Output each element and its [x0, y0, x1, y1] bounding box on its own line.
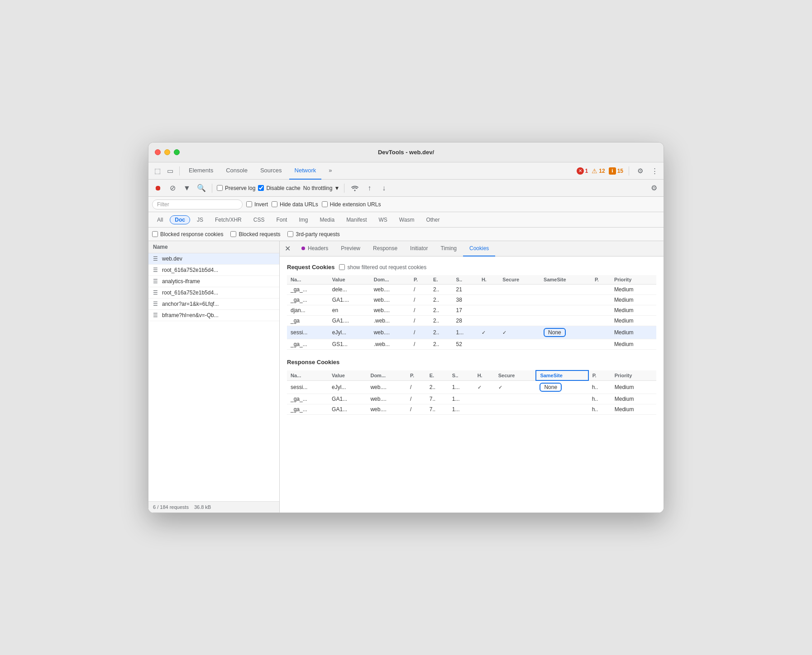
network-settings-icon[interactable]: ⚙	[648, 182, 660, 194]
table-row[interactable]: sessi... eJyl... web.... / 2.. 1... ✓ ✓ …	[287, 380, 656, 394]
document-icon: ☰	[153, 267, 159, 273]
resource-bar: All Doc JS Fetch/XHR CSS Font Img Media …	[148, 212, 664, 228]
res-btn-doc[interactable]: Doc	[170, 215, 190, 224]
table-row[interactable]: _ga GA1.... .web... / 2.. 28 Medium	[287, 316, 656, 326]
info-badge: ℹ 15	[609, 167, 623, 175]
separator	[344, 184, 344, 193]
close-button[interactable]	[155, 149, 161, 155]
settings-icon[interactable]: ⚙	[635, 166, 645, 176]
secure-check: ✓	[498, 384, 502, 390]
filter-input[interactable]	[152, 199, 243, 209]
tab-cookies[interactable]: Cookies	[463, 241, 495, 256]
sidebar-item-anchor[interactable]: ☰ anchor?ar=1&k=6Lfqf...	[148, 299, 279, 310]
wifi-icon[interactable]	[349, 182, 361, 194]
col-path: P.	[410, 275, 430, 285]
col-domain: Dom...	[370, 275, 410, 285]
table-row[interactable]: _ga_... GS1... .web... / 2.. 52 Medi	[287, 339, 656, 350]
col-name: Na...	[287, 370, 328, 380]
show-filtered-checkbox[interactable]: show filtered out request cookies	[339, 264, 426, 271]
res-btn-other[interactable]: Other	[421, 215, 444, 224]
res-btn-img[interactable]: Img	[294, 215, 313, 224]
col-value: Value	[329, 275, 370, 285]
tab-response[interactable]: Response	[367, 241, 404, 256]
res-btn-all[interactable]: All	[152, 215, 168, 224]
tab-initiator[interactable]: Initiator	[404, 241, 434, 256]
hide-ext-urls-input[interactable]	[322, 201, 328, 207]
preserve-log-checkbox[interactable]: Preserve log	[217, 185, 255, 191]
tab-console[interactable]: Console	[220, 162, 253, 180]
close-panel-button[interactable]: ✕	[282, 243, 293, 255]
res-btn-manifest[interactable]: Manifest	[341, 215, 372, 224]
res-btn-wasm[interactable]: Wasm	[394, 215, 420, 224]
record-button[interactable]: ⏺	[152, 182, 164, 194]
maximize-button[interactable]	[174, 149, 180, 155]
col-httponly: H.	[474, 370, 495, 380]
warning-badge: ⚠ 12	[592, 167, 605, 175]
col-path: P.	[406, 370, 426, 380]
search-button[interactable]: 🔍	[196, 182, 207, 194]
hide-ext-urls-checkbox[interactable]: Hide extension URLs	[322, 201, 381, 208]
filter-button[interactable]: ▼	[181, 182, 193, 194]
res-btn-media[interactable]: Media	[315, 215, 339, 224]
sidebar-item-webdev[interactable]: ☰ web.dev	[148, 253, 279, 265]
invert-checkbox[interactable]: Invert	[246, 201, 268, 208]
throttle-select[interactable]: No throttling ▼	[303, 185, 340, 191]
col-expires: E.	[430, 275, 453, 285]
res-btn-js[interactable]: JS	[192, 215, 208, 224]
tab-sources[interactable]: Sources	[255, 162, 287, 180]
error-icon: ✕	[577, 167, 584, 175]
sidebar-item-bframe[interactable]: ☰ bframe?hl=en&v=-Qb...	[148, 310, 279, 321]
clear-button[interactable]: ⊘	[167, 182, 178, 194]
table-row[interactable]: _ga_... GA1... web.... / 7.. 1... h..	[287, 404, 656, 415]
detail-content: Request Cookies show filtered out reques…	[280, 256, 664, 513]
sidebar-item-root2[interactable]: ☰ root_616a752e1b5d4...	[148, 287, 279, 299]
blocked-requests-checkbox[interactable]: Blocked requests	[230, 231, 280, 237]
upload-icon[interactable]: ↑	[363, 182, 375, 194]
disable-cache-checkbox[interactable]: Disable cache	[258, 185, 300, 191]
warning-count: 12	[599, 168, 605, 174]
res-btn-ws[interactable]: WS	[373, 215, 392, 224]
third-party-checkbox[interactable]: 3rd-party requests	[287, 231, 339, 237]
table-row-highlighted[interactable]: sessi... eJyl... web.... / 2.. 1... ✓ ✓ …	[287, 326, 656, 339]
res-btn-font[interactable]: Font	[271, 215, 292, 224]
tab-more[interactable]: »	[323, 162, 337, 180]
cursor-icon[interactable]: ⬚	[152, 166, 163, 176]
show-filtered-input[interactable]	[339, 264, 345, 270]
sidebar-item-analytics[interactable]: ☰ analytics-iframe	[148, 276, 279, 287]
separator	[179, 166, 180, 176]
hide-data-urls-input[interactable]	[272, 201, 277, 207]
minimize-button[interactable]	[164, 149, 170, 155]
blocked-cookies-checkbox[interactable]: Blocked response cookies	[152, 231, 223, 237]
table-row[interactable]: djan... en web.... / 2.. 17 Medium	[287, 305, 656, 316]
col-value: Value	[328, 370, 367, 380]
document-icon: ☰	[153, 256, 159, 262]
tab-preview[interactable]: Preview	[334, 241, 367, 256]
table-row[interactable]: _ga_... dele... web.... / 2.. 21 Med	[287, 285, 656, 295]
document-icon: ☰	[153, 301, 159, 307]
tab-network[interactable]: Network	[289, 162, 322, 180]
tab-elements[interactable]: Elements	[183, 162, 219, 180]
top-toolbar: ⬚ ▭ Elements Console Sources Network » ✕	[148, 162, 664, 180]
col-domain: Dom...	[367, 370, 406, 380]
blocked-requests-input[interactable]	[230, 231, 236, 237]
table-row[interactable]: _ga_... GA1... web.... / 7.. 1... h..	[287, 394, 656, 404]
blocked-cookies-input[interactable]	[152, 231, 158, 237]
third-party-input[interactable]	[287, 231, 293, 237]
res-btn-fetch-xhr[interactable]: Fetch/XHR	[210, 215, 247, 224]
disable-cache-input[interactable]	[258, 185, 264, 191]
tab-headers[interactable]: Headers	[295, 241, 334, 256]
table-row[interactable]: _ga_... GA1.... web.... / 2.. 38 Med	[287, 295, 656, 305]
blocked-bar: Blocked response cookies Blocked request…	[148, 228, 664, 241]
title-bar: DevTools - web.dev/	[148, 142, 664, 162]
res-btn-css[interactable]: CSS	[248, 215, 270, 224]
more-icon[interactable]: ⋮	[649, 166, 660, 176]
invert-input[interactable]	[246, 201, 252, 207]
preserve-log-input[interactable]	[217, 185, 223, 191]
sidebar-item-root1[interactable]: ☰ root_616a752e1b5d4...	[148, 265, 279, 276]
httponly-check: ✓	[482, 330, 486, 335]
device-toolbar-icon[interactable]: ▭	[165, 166, 176, 176]
col-priority: Priority	[611, 275, 656, 285]
tab-timing[interactable]: Timing	[434, 241, 463, 256]
hide-data-urls-checkbox[interactable]: Hide data URLs	[272, 201, 318, 208]
download-icon[interactable]: ↓	[378, 182, 390, 194]
